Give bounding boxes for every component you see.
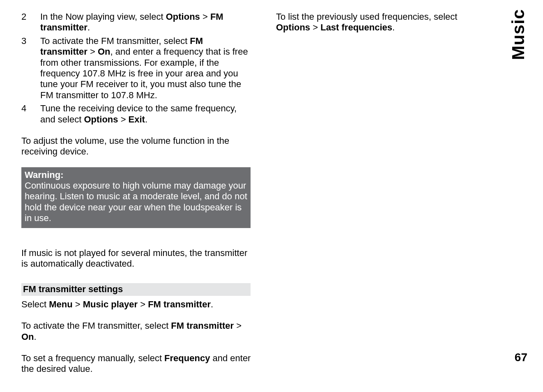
options-label: Options <box>84 114 118 125</box>
last-frequencies-label: Last frequencies <box>320 22 392 32</box>
step-body: In the Now playing view, select Options … <box>40 12 251 33</box>
options-label: Options <box>166 12 200 22</box>
warning-body: Continuous exposure to high volume may d… <box>25 180 247 224</box>
frequency-label: Frequency <box>164 353 210 363</box>
deactivate-paragraph: If music is not played for several minut… <box>21 248 251 270</box>
menu-label: Menu <box>49 299 72 309</box>
volume-paragraph: To adjust the volume, use the volume fun… <box>21 136 251 157</box>
step-3: 3 To activate the FM transmitter, select… <box>21 36 251 101</box>
step-2: 2 In the Now playing view, select Option… <box>21 12 251 33</box>
text: > <box>138 299 148 309</box>
text: To list the previously used frequencies,… <box>276 12 457 22</box>
text: To activate the FM transmitter, select <box>21 321 171 331</box>
text: In the Now playing view, select <box>40 12 166 22</box>
text: . <box>87 22 90 32</box>
text: > <box>118 114 129 125</box>
text: > <box>310 22 320 32</box>
text: To set a frequency manually, select <box>21 353 164 363</box>
on-label: On <box>21 332 34 342</box>
fm-transmitter-label: FM transmitter <box>171 321 234 331</box>
steps-list: 2 In the Now playing view, select Option… <box>21 12 251 125</box>
text: To activate the FM transmitter, select <box>40 36 190 46</box>
text: > <box>73 299 83 309</box>
text: > <box>200 12 210 22</box>
text: > <box>87 46 98 57</box>
section-heading: FM transmitter settings <box>21 283 251 295</box>
page-content: 2 In the Now playing view, select Option… <box>21 12 522 380</box>
on-label: On <box>98 46 110 57</box>
text: > <box>234 321 242 331</box>
options-label: Options <box>276 22 310 32</box>
warning-box: Warning: Continuous exposure to high vol… <box>21 167 251 228</box>
text: . <box>211 299 213 309</box>
text: . <box>392 22 395 32</box>
fm-transmitter-label: FM transmitter <box>148 299 211 309</box>
text: Select <box>21 299 49 309</box>
frequency-line: To set a frequency manually, select Freq… <box>21 353 251 375</box>
warning-title: Warning: <box>25 170 247 180</box>
section-tab: Music <box>508 9 528 60</box>
text: . <box>145 114 147 125</box>
right-column: To list the previously used frequencies,… <box>276 12 506 380</box>
step-body: Tune the receiving device to the same fr… <box>40 103 251 125</box>
step-body: To activate the FM transmitter, select F… <box>40 36 251 101</box>
step-4: 4 Tune the receiving device to the same … <box>21 103 251 125</box>
step-number: 3 <box>21 36 40 101</box>
page-number: 67 <box>515 351 527 364</box>
activate-line: To activate the FM transmitter, select F… <box>21 321 251 342</box>
step-number: 4 <box>21 103 40 125</box>
left-column: 2 In the Now playing view, select Option… <box>21 12 251 380</box>
select-line: Select Menu > Music player > FM transmit… <box>21 299 251 310</box>
step-number: 2 <box>21 12 40 33</box>
exit-label: Exit <box>129 114 145 125</box>
list-frequencies-line: To list the previously used frequencies,… <box>276 12 494 33</box>
text: . <box>34 332 37 342</box>
music-player-label: Music player <box>83 299 138 309</box>
